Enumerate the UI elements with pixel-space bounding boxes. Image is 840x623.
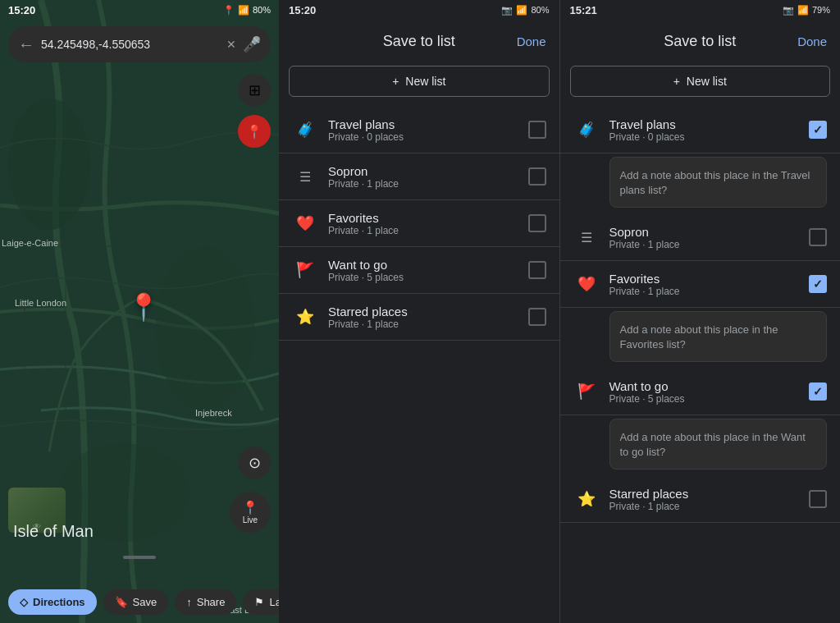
right-new-list-label: New list [687,75,727,88]
left-status-wifi: 📶 [516,5,527,16]
right-list-item-sopron[interactable]: ☰ Sopron Private · 1 place [560,214,841,261]
map-location-pin: 📍 [127,291,160,323]
layers-icon: ⊞ [249,81,261,99]
left-want-to-go-name: Want to go [328,258,518,272]
left-panel-title: Save to list [383,33,455,50]
right-want-to-go-checkbox[interactable] [809,383,827,401]
right-want-to-go-info: Want to go Private · 5 places [609,379,800,405]
right-status-wifi: 📶 [797,5,809,16]
save-icon: 🔖 [115,596,128,608]
left-panel-header: Save to list Done [279,20,559,62]
left-travel-plans-icon: 🧳 [292,117,318,143]
right-list-item-starred[interactable]: ⭐ Starred places Private · 1 place [560,476,841,523]
left-favorites-meta: Private · 1 place [328,225,518,236]
right-favorites-icon: ❤️ [573,271,600,297]
right-favorites-info: Favorites Private · 1 place [609,272,800,297]
layers-button[interactable]: ⊞ [238,74,271,107]
compass-icon: ⊙ [249,454,261,472]
place-name: Isle of Man [13,522,266,541]
label-label: Lab [269,596,279,608]
left-list-item-want-to-go[interactable]: 🚩 Want to go Private · 5 places [279,247,559,294]
left-sopron-icon: ☰ [292,163,318,190]
search-input[interactable]: 54.245498,-4.550653 [41,38,220,51]
clear-icon[interactable]: ✕ [226,38,236,51]
place-label: Isle of Man [0,512,279,547]
directions-label: Directions [33,596,85,608]
right-want-to-go-note[interactable]: Add a note about this place in the Want … [609,419,828,470]
left-starred-icon: ⭐ [292,304,318,330]
mic-icon[interactable]: 🎤 [243,35,261,53]
left-new-list-label: New list [405,75,445,88]
right-panel-time: 15:21 [570,4,597,16]
left-travel-plans-meta: Private · 0 places [328,131,518,143]
left-want-to-go-checkbox[interactable] [528,261,546,279]
right-list-item-want-to-go[interactable]: 🚩 Want to go Private · 5 places [560,369,841,415]
share-button[interactable]: ↑ Share [175,589,236,615]
pin-icon: 📍 [246,124,262,140]
right-favorites-note[interactable]: Add a note about this place in the Favor… [609,311,828,362]
right-panel-status-bar: 15:21 📷 📶 79% [560,0,841,20]
left-want-to-go-icon: 🚩 [292,257,318,283]
drag-handle[interactable] [123,556,156,559]
location-icon: 📍 [223,5,235,16]
wifi-icon: 📶 [238,5,249,16]
right-want-to-go-icon: 🚩 [573,378,600,405]
right-travel-plans-checkbox[interactable] [809,121,827,139]
left-starred-info: Starred places Private · 1 place [328,305,518,330]
right-list-item-travel-plans[interactable]: 🧳 Travel plans Private · 0 places [560,107,841,153]
left-panel-time: 15:20 [289,4,316,16]
left-list-item-travel-plans[interactable]: 🧳 Travel plans Private · 0 places [279,107,559,153]
bottom-actions: ◇ Directions 🔖 Save ↑ Share ⚑ Lab [0,589,279,615]
panels-container: 15:20 📷 📶 80% Save to list Done + New li… [279,0,840,623]
left-favorites-checkbox[interactable] [528,214,546,232]
left-list-item-favorites[interactable]: ❤️ Favorites Private · 1 place [279,200,559,247]
right-travel-plans-info: Travel plans Private · 0 places [609,117,800,143]
left-list-item-sopron[interactable]: ☰ Sopron Private · 1 place [279,153,559,200]
right-travel-plans-name: Travel plans [609,117,800,131]
right-want-to-go-meta: Private · 5 places [609,393,800,405]
search-bar[interactable]: ← 54.245498,-4.550653 ✕ 🎤 [8,26,271,62]
left-panel-status-bar: 15:20 📷 📶 80% [279,0,559,20]
left-starred-checkbox[interactable] [528,308,546,326]
map-label-injebreck: Injebreck [195,408,232,418]
right-new-list-button[interactable]: + New list [570,66,831,97]
right-travel-plans-icon: 🧳 [573,117,600,143]
back-icon[interactable]: ← [18,35,34,54]
left-favorites-info: Favorites Private · 1 place [328,211,518,236]
map-panel: 15:20 📍 📶 80% ← 54.245498,-4.550653 ✕ 🎤 … [0,0,279,623]
right-favorites-checkbox[interactable] [809,275,827,293]
location-pin-btn[interactable]: 📍 [238,115,271,148]
map-label-caine: Laige-e-Caine [2,238,58,248]
right-travel-plans-note-text: Add a note about this place in the Trave… [620,169,810,196]
right-want-to-go-note-text: Add a note about this place in the Want … [620,431,806,458]
right-panel-status-icons: 📷 📶 79% [783,5,830,16]
right-list-item-favorites[interactable]: ❤️ Favorites Private · 1 place [560,261,841,308]
left-sopron-info: Sopron Private · 1 place [328,164,518,190]
left-travel-plans-checkbox[interactable] [528,121,546,139]
left-favorites-icon: ❤️ [292,210,318,236]
directions-button[interactable]: ◇ Directions [8,589,97,615]
directions-icon: ◇ [20,596,28,608]
left-list-item-starred[interactable]: ⭐ Starred places Private · 1 place [279,294,559,341]
right-starred-icon: ⭐ [573,486,600,512]
left-sopron-checkbox[interactable] [528,167,546,186]
right-starred-checkbox[interactable] [809,490,827,508]
right-favorites-note-text: Add a note about this place in the Favor… [620,323,778,350]
right-starred-meta: Private · 1 place [609,501,800,512]
right-travel-plans-meta: Private · 0 places [609,131,800,143]
label-button[interactable]: ⚑ Lab [243,589,279,615]
save-button[interactable]: 🔖 Save [103,589,169,615]
left-travel-plans-info: Travel plans Private · 0 places [328,117,518,143]
left-new-list-button[interactable]: + New list [289,66,550,97]
left-panel-done[interactable]: Done [517,34,546,48]
right-panel-done[interactable]: Done [797,34,827,48]
share-label: Share [197,596,226,608]
right-sopron-checkbox[interactable] [809,228,827,246]
status-bar-left: 15:20 📍 📶 80% [0,0,279,20]
share-icon: ↑ [186,596,192,608]
right-panel-title: Save to list [664,33,736,50]
compass-button[interactable]: ⊙ [238,447,271,479]
right-new-list-plus-icon: + [673,75,680,88]
left-list-items: 🧳 Travel plans Private · 0 places ☰ Sopr… [279,107,559,623]
right-travel-plans-note[interactable]: Add a note about this place in the Trave… [609,157,828,208]
